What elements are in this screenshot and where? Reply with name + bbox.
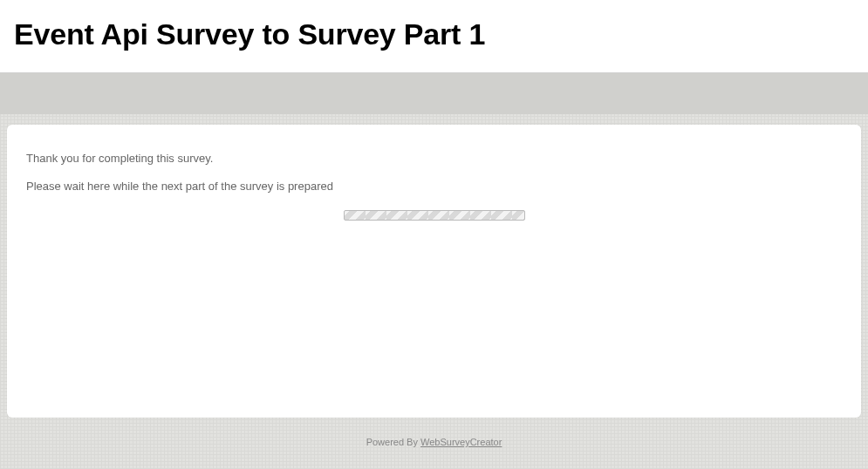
powered-by-link[interactable]: WebSurveyCreator	[420, 437, 502, 447]
footer: Powered By WebSurveyCreator	[0, 425, 868, 459]
header: Event Api Survey to Survey Part 1	[0, 0, 868, 72]
loading-progress-bar	[344, 210, 525, 221]
subheader-band	[0, 72, 868, 114]
page-title: Event Api Survey to Survey Part 1	[14, 17, 854, 51]
wait-message-text: Please wait here while the next part of …	[26, 179, 842, 194]
footer-prefix: Powered By	[366, 437, 420, 447]
thank-you-text: Thank you for completing this survey.	[26, 151, 842, 167]
content-card: Thank you for completing this survey. Pl…	[7, 125, 861, 418]
content-wrap: Thank you for completing this survey. Pl…	[0, 114, 868, 425]
progress-wrap	[26, 210, 842, 221]
